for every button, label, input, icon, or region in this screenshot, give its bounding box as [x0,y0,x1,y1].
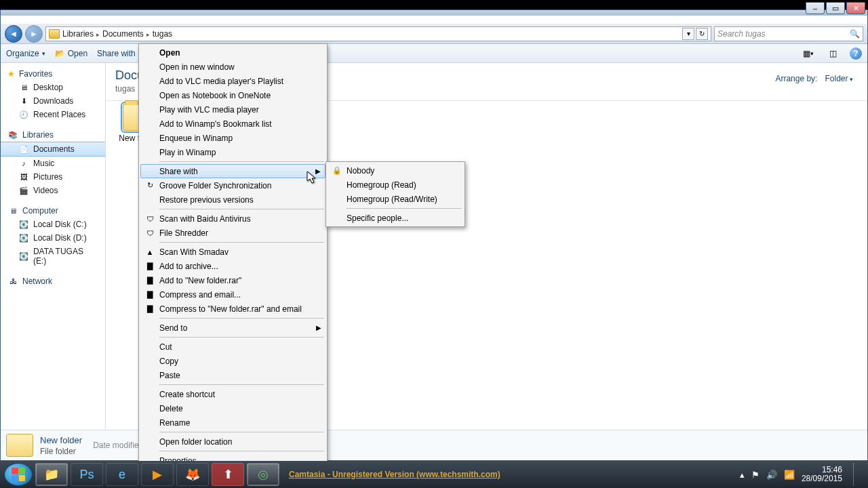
libraries-icon: 📚 [7,130,18,140]
sidebar-item-videos[interactable]: 🎬Videos [1,184,105,197]
menu-item-icon: 🛡 [144,214,155,224]
sidebar-item-documents[interactable]: 📄Documents [1,142,105,157]
ctx-item-11[interactable]: Restore previous versions [140,192,326,207]
letterbox [0,0,868,9]
submenu-arrow-icon: ▶ [316,324,321,331]
minimize-button[interactable]: – [806,2,825,14]
menu-item-icon: ▇ [144,289,155,300]
camtasia-watermark: Camtasia - Unregistered Version (www.tec… [289,470,500,479]
ctx-item-24[interactable]: Cut [140,340,326,354]
breadcrumb-root[interactable]: Libraries [62,29,94,39]
share-item-0[interactable]: 🔒Nobody [328,163,463,178]
open-button[interactable]: 📂Open [55,49,87,58]
share-with-submenu: 🔒NobodyHomegroup (Read)Homegroup (Read/W… [326,161,465,227]
drive-icon: 💽 [18,233,29,243]
share-with-button[interactable]: Share with [97,49,142,58]
start-button[interactable] [4,463,33,486]
sidebar-item-pictures[interactable]: 🖼Pictures [1,170,105,184]
computer-header[interactable]: 🖥Computer [1,204,105,218]
ctx-item-28[interactable]: Create shortcut [140,387,326,401]
maximize-button[interactable]: ▭ [826,2,845,14]
tray-show-hidden[interactable]: ▴ [740,470,745,480]
taskbar-photoshop[interactable]: Ps [71,463,103,486]
organize-button[interactable]: Organize [6,49,45,58]
tray-flag-icon[interactable]: ⚑ [751,470,760,480]
breadcrumb-documents[interactable]: Documents [102,29,144,39]
taskbar: 📁 Ps e ▶ 🦊 ⬆ ◎ Camtasia - Unregistered V… [0,461,868,488]
share-item-2[interactable]: Homegroup (Read/Write) [328,192,463,206]
details-pane: New folder File folder Date modified: [1,430,867,460]
menu-item-icon: ↻ [144,180,155,191]
submenu-arrow-icon: ▶ [315,167,321,175]
context-menu: OpenOpen in new windowAdd to VLC media p… [138,43,328,470]
ctx-item-7[interactable]: Play in Winamp [140,145,326,159]
ctx-item-0[interactable]: Open [140,45,326,60]
ctx-item-13[interactable]: 🛡Scan with Baidu Antivirus [140,211,326,226]
command-bar: Organize 📂Open Share with E-mail New fol… [1,44,867,63]
network-header[interactable]: 🖧Network [1,274,105,288]
taskbar-firefox[interactable]: 🦊 [176,463,209,486]
ctx-item-32[interactable]: Open folder location [140,434,326,449]
ctx-item-1[interactable]: Open in new window [140,60,326,74]
search-icon: 🔍 [850,29,860,39]
libraries-header[interactable]: 📚Libraries [1,128,105,142]
network-icon: 🖧 [7,277,18,286]
downloads-icon: ⬇ [18,96,29,106]
ctx-item-19[interactable]: ▇Compress and email... [140,287,326,302]
ctx-item-14[interactable]: 🛡File Shredder [140,226,326,240]
open-icon: 📂 [55,49,65,58]
sidebar-item-drive-d[interactable]: 💽Local Disk (D:) [1,231,105,245]
ctx-item-29[interactable]: Delete [140,401,326,415]
taskbar-ie[interactable]: e [106,463,138,486]
titlebar[interactable] [1,10,867,16]
details-type: File folder [40,447,82,456]
ctx-item-17[interactable]: ▇Add to archive... [140,259,326,273]
ctx-item-4[interactable]: Play with VLC media player [140,102,326,117]
ctx-item-20[interactable]: ▇Compress to "New folder.rar" and email [140,302,326,316]
favorites-header[interactable]: ★Favorites [1,67,105,81]
ctx-item-6[interactable]: Enqueue in Winamp [140,131,326,145]
refresh-button[interactable]: ↻ [696,28,708,40]
ctx-item-2[interactable]: Add to VLC media player's Playlist [140,74,326,88]
tray-clock[interactable]: 15:46 28/09/2015 [802,466,842,483]
share-item-1[interactable]: Homegroup (Read) [328,178,463,192]
explorer-window: – ▭ ✕ ◄ ► Libraries Documents tugas ▾ ↻ … [0,9,868,461]
taskbar-explorer[interactable]: 📁 [35,463,68,486]
menu-item-icon: ▇ [144,261,155,272]
ctx-item-3[interactable]: Open as Notebook in OneNote [140,88,326,102]
taskbar-app-red[interactable]: ⬆ [212,463,244,486]
address-dropdown[interactable]: ▾ [682,28,694,40]
ctx-item-5[interactable]: Add to Winamp's Bookmark list [140,117,326,131]
sidebar-item-recent[interactable]: 🕘Recent Places [1,108,105,121]
show-desktop-button[interactable] [853,463,860,486]
ctx-item-26[interactable]: Paste [140,368,326,382]
ctx-item-25[interactable]: Copy [140,354,326,368]
close-button[interactable]: ✕ [846,2,865,14]
ctx-item-10[interactable]: ↻Groove Folder Synchronization [140,178,326,192]
share-item-4[interactable]: Specific people... [328,211,463,225]
sidebar-item-drive-c[interactable]: 💽Local Disk (C:) [1,218,105,231]
sidebar-item-music[interactable]: ♪Music [1,157,105,170]
tray-volume-icon[interactable]: 🔊 [766,470,777,480]
taskbar-wmp[interactable]: ▶ [141,463,174,486]
ctx-item-30[interactable]: Rename [140,415,326,430]
tray-network-icon[interactable]: 📶 [784,470,795,480]
documents-icon: 📄 [18,144,29,154]
sidebar-item-drive-e[interactable]: 💽DATA TUGAS (E:) [1,245,105,268]
taskbar-camtasia[interactable]: ◎ [247,463,279,486]
ctx-item-22[interactable]: Send to▶ [140,321,326,335]
address-bar[interactable]: Libraries Documents tugas ▾ ↻ [45,26,711,41]
view-button[interactable]: ▦ [801,47,816,60]
preview-pane-button[interactable]: ◫ [825,47,840,60]
breadcrumb-leaf[interactable]: tugas [153,29,172,39]
sidebar-item-desktop[interactable]: 🖥Desktop [1,81,105,94]
search-input[interactable]: Search tugas 🔍 [714,26,863,41]
ctx-item-16[interactable]: ▲Scan With Smadav [140,245,326,259]
ctx-item-18[interactable]: ▇Add to "New folder.rar" [140,273,326,287]
back-button[interactable]: ◄ [5,25,22,43]
ctx-item-9[interactable]: Share with▶ [140,164,326,178]
sidebar-item-downloads[interactable]: ⬇Downloads [1,94,105,108]
arrange-by-value[interactable]: Folder [821,73,856,85]
help-button[interactable]: ? [850,47,862,60]
forward-button[interactable]: ► [25,25,43,43]
